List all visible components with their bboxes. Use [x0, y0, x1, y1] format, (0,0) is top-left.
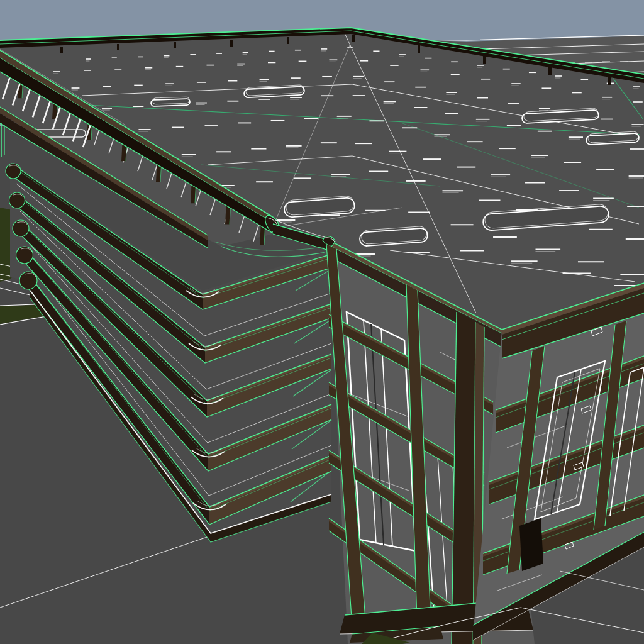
3d-viewport[interactable] — [0, 0, 644, 644]
door-opening — [519, 518, 543, 571]
